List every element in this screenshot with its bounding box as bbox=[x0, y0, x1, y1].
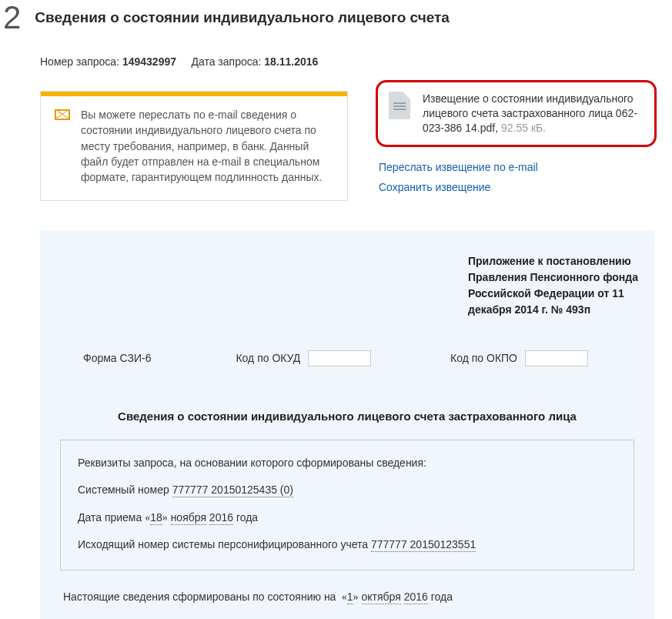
okpo-input[interactable] bbox=[525, 350, 588, 366]
file-label: Извещение о состоянии индивидуального ли… bbox=[423, 92, 642, 136]
request-intro: Реквизиты запроса, на основании которого… bbox=[78, 456, 617, 471]
mail-icon bbox=[55, 109, 70, 120]
email-note-text: Вы можете переслать по e-mail сведения о… bbox=[81, 107, 333, 185]
accept-suffix: года bbox=[236, 511, 258, 524]
form-name: Форма СЗИ-6 bbox=[83, 352, 151, 364]
save-notice-link[interactable]: Сохранить извещение bbox=[376, 181, 657, 193]
request-num-value: 149432997 bbox=[122, 55, 176, 68]
page-title: Сведения о состоянии индивидуального лиц… bbox=[35, 6, 450, 26]
outgoing-value: 777777 20150123551 bbox=[371, 538, 476, 552]
outgoing-label: Исходящий номер системы персонифицирован… bbox=[78, 538, 368, 550]
request-date-label: Дата запроса: bbox=[191, 55, 261, 68]
okud-label: Код по ОКУД bbox=[236, 352, 300, 364]
request-details-box: Реквизиты запроса, на основании которого… bbox=[60, 440, 634, 570]
footer-prefix: Настоящие сведения сформированы по состо… bbox=[63, 591, 336, 603]
step-number: 2 bbox=[3, 2, 21, 34]
okpo-label: Код по ОКПО bbox=[450, 352, 517, 364]
sys-num-label: Системный номер bbox=[78, 483, 169, 496]
annex-text: Приложение к постановлению Правления Пен… bbox=[468, 253, 642, 318]
file-size: 92.55 кБ. bbox=[501, 122, 546, 134]
accept-date-label: Дата приема bbox=[78, 511, 142, 524]
request-num-label: Номер запроса: bbox=[40, 55, 119, 68]
footer-suffix: года bbox=[431, 591, 453, 603]
footer-year: 2016 bbox=[404, 591, 428, 604]
accept-month: ноября bbox=[171, 511, 206, 525]
okud-input[interactable] bbox=[308, 350, 371, 366]
accept-year: 2016 bbox=[209, 511, 233, 525]
sys-num-value: 777777 20150125435 (0) bbox=[172, 483, 293, 497]
email-note-box: Вы можете переслать по e-mail сведения о… bbox=[40, 91, 348, 201]
footer-month: октября bbox=[362, 591, 401, 604]
footer-day: 1 bbox=[347, 591, 353, 604]
file-icon bbox=[389, 92, 410, 119]
status-date-line: Настоящие сведения сформированы по состо… bbox=[52, 570, 642, 604]
request-date-value: 18.11.2016 bbox=[264, 55, 318, 68]
document-panel: Приложение к постановлению Правления Пен… bbox=[40, 230, 654, 619]
document-title: Сведения о состоянии индивидуального лиц… bbox=[52, 366, 642, 440]
file-attachment[interactable]: Извещение о состоянии индивидуального ли… bbox=[376, 80, 657, 147]
request-meta: Номер запроса: 149432997 Дата запроса: 1… bbox=[0, 34, 672, 68]
forward-email-link[interactable]: Переслать извещение по e-mail bbox=[376, 161, 657, 173]
accept-day: 18 bbox=[150, 511, 162, 525]
